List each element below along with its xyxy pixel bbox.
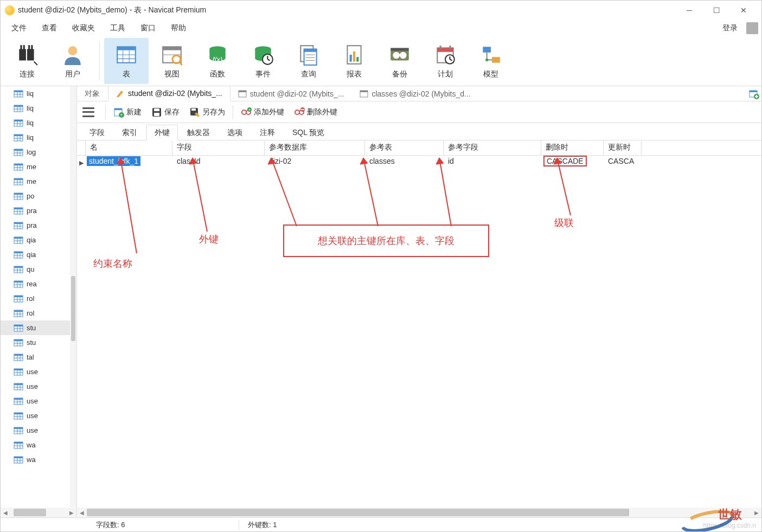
- svg-rect-121: [14, 296, 23, 297]
- close-button[interactable]: ✕: [730, 2, 757, 18]
- cell-reftable[interactable]: classes: [365, 156, 444, 170]
- ribbon-label: 备份: [392, 69, 407, 79]
- svg-rect-151: [14, 383, 23, 385]
- col-header-reffield[interactable]: 参考字段: [444, 140, 541, 155]
- minimize-button[interactable]: ─: [676, 2, 703, 18]
- new-button[interactable]: + 新建: [111, 106, 144, 119]
- col-header-name[interactable]: 名: [86, 140, 172, 155]
- subtab-fields[interactable]: 字段: [81, 125, 113, 140]
- content-scrollbar-h[interactable]: ◀▶: [77, 508, 761, 517]
- ribbon-model[interactable]: 模型: [469, 38, 513, 84]
- svg-point-198: [242, 110, 246, 114]
- subtab-triggers[interactable]: 触发器: [179, 125, 218, 140]
- tree-node[interactable]: rea: [1, 277, 76, 291]
- tree-node[interactable]: log: [1, 145, 76, 159]
- subtab-fk[interactable]: 外键: [146, 125, 178, 140]
- ribbon-user[interactable]: 用户: [50, 38, 95, 84]
- tree-node[interactable]: qu: [1, 262, 76, 277]
- tree-node[interactable]: wa: [1, 452, 76, 467]
- subtab-options[interactable]: 选项: [219, 125, 251, 140]
- table-icon: [14, 251, 23, 259]
- del-fk-button[interactable]: 删除外键: [292, 106, 340, 119]
- subtab-indexes[interactable]: 索引: [114, 125, 145, 140]
- doc-tab-student[interactable]: student @dizi-02 (Mybits_...: [108, 86, 230, 101]
- ribbon-schedule[interactable]: 计划: [423, 38, 468, 84]
- svg-line-17: [180, 62, 182, 65]
- tree-node[interactable]: rol: [1, 306, 76, 321]
- table-icon: [14, 339, 23, 347]
- col-header-refdb[interactable]: 参考数据库: [265, 140, 365, 155]
- tree-scrollbar-v[interactable]: [70, 86, 76, 508]
- save-as-button[interactable]: 另存为: [187, 106, 227, 119]
- tree-node[interactable]: po: [1, 189, 76, 203]
- add-tab-button[interactable]: [746, 86, 761, 101]
- tree-scrollbar-h[interactable]: ◀▶: [1, 508, 76, 517]
- ribbon-function[interactable]: f(x) 函数: [195, 38, 240, 84]
- svg-rect-46: [492, 57, 500, 63]
- tree-node[interactable]: liq: [1, 130, 76, 145]
- tree-node[interactable]: use: [1, 394, 76, 408]
- avatar-icon[interactable]: [746, 22, 758, 34]
- doc-tab-student2[interactable]: student @dizi-02 (Mybits_...: [230, 86, 353, 101]
- tree-node[interactable]: stu: [1, 335, 76, 350]
- menu-file[interactable]: 文件: [4, 21, 34, 35]
- ribbon-event[interactable]: 事件: [241, 38, 285, 84]
- maximize-button[interactable]: ☐: [703, 2, 730, 18]
- cell-onupdate[interactable]: CASCA: [604, 156, 642, 170]
- menu-view[interactable]: 查看: [34, 21, 65, 35]
- menu-fav[interactable]: 收藏夹: [65, 21, 103, 35]
- subtab-sqlpreview[interactable]: SQL 预览: [284, 125, 332, 140]
- tree-node[interactable]: qia: [1, 247, 76, 262]
- tree-node[interactable]: rol: [1, 291, 76, 306]
- cell-field[interactable]: classId: [172, 156, 265, 170]
- tree-node[interactable]: me: [1, 174, 76, 189]
- ribbon-connect[interactable]: 连接: [5, 38, 49, 84]
- tree-node[interactable]: pra: [1, 203, 76, 218]
- col-header-ondelete[interactable]: 删除时: [541, 140, 604, 155]
- tree-node[interactable]: liq: [1, 101, 76, 116]
- cell-reffield[interactable]: id: [444, 156, 541, 170]
- col-header-onupdate[interactable]: 更新时: [604, 140, 642, 155]
- cell-name[interactable]: student_ibfk_1: [86, 156, 172, 170]
- grid-row[interactable]: ▶ student_ibfk_1 classId dizi-02 classes…: [77, 156, 761, 170]
- tree-node[interactable]: use: [1, 364, 76, 379]
- tree-node[interactable]: liq: [1, 116, 76, 130]
- tree-node[interactable]: me: [1, 159, 76, 174]
- menu-help[interactable]: 帮助: [163, 21, 194, 35]
- menu-window[interactable]: 窗口: [133, 21, 163, 35]
- save-button[interactable]: 保存: [149, 106, 182, 119]
- cell-refdb[interactable]: dizi-02: [265, 156, 365, 170]
- table-icon: [14, 163, 23, 171]
- svg-rect-166: [14, 427, 23, 429]
- ribbon-table[interactable]: 表: [104, 38, 149, 84]
- tree-node[interactable]: tal: [1, 350, 76, 364]
- hamburger-icon[interactable]: [82, 107, 94, 117]
- tree-node[interactable]: liq: [1, 86, 76, 101]
- col-header-field[interactable]: 字段: [172, 140, 265, 155]
- tree-node[interactable]: qia: [1, 233, 76, 247]
- ribbon-view[interactable]: 视图: [150, 38, 194, 84]
- tree-node[interactable]: use: [1, 423, 76, 438]
- ribbon-report[interactable]: 报表: [332, 38, 376, 84]
- col-header-reftable[interactable]: 参考表: [365, 140, 444, 155]
- ribbon-query[interactable]: 查询: [286, 38, 331, 84]
- object-tree[interactable]: liqliqliqliqlogmemepoprapraqiaqiaqurearo…: [1, 86, 76, 467]
- ribbon-backup[interactable]: 备份: [377, 38, 422, 84]
- cell-ondelete[interactable]: CASCADE: [541, 156, 604, 170]
- tree-node[interactable]: use: [1, 379, 76, 394]
- tree-node[interactable]: pra: [1, 218, 76, 233]
- login-link[interactable]: 登录: [717, 21, 743, 35]
- tree-node[interactable]: use: [1, 408, 76, 423]
- menu-tools[interactable]: 工具: [103, 21, 133, 35]
- add-fk-button[interactable]: + 添加外键: [239, 106, 286, 119]
- doc-tab-objects[interactable]: 对象: [77, 86, 108, 101]
- save-icon: [151, 107, 162, 118]
- svg-rect-4: [28, 45, 30, 49]
- table-icon: [14, 354, 23, 361]
- tree-node-label: pra: [27, 207, 37, 215]
- tree-node[interactable]: wa: [1, 438, 76, 452]
- subtab-comments[interactable]: 注释: [252, 125, 283, 140]
- doc-tab-classes[interactable]: classes @dizi-02 (Mybits_d...: [352, 86, 478, 101]
- tree-node[interactable]: stu: [1, 321, 76, 335]
- tree-node-label: use: [27, 382, 38, 390]
